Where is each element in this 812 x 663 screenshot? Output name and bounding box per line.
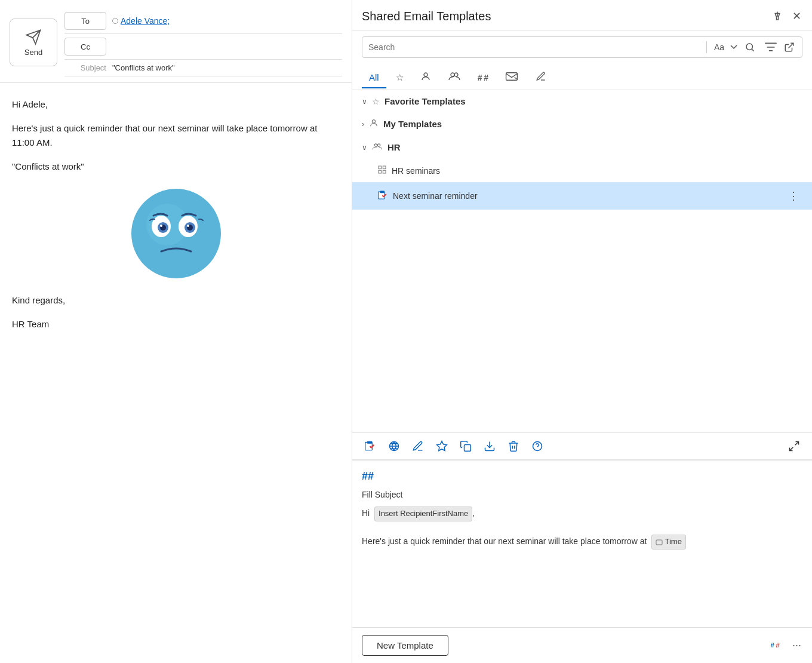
svg-rect-29 [367, 441, 372, 444]
close-button[interactable]: ✕ [791, 8, 802, 24]
tab-pen[interactable] [528, 66, 554, 90]
search-actions: Aa [714, 41, 756, 54]
template-item-next-seminar[interactable]: Next seminar reminder ⋮ [352, 182, 812, 210]
sad-face-icon [128, 186, 224, 281]
paste-template-button[interactable] [362, 438, 379, 455]
tab-all-label: All [369, 72, 379, 82]
tab-favorites[interactable]: ☆ [389, 67, 411, 89]
cc-button[interactable]: Cc [64, 38, 106, 56]
send-button[interactable]: Send [10, 19, 57, 66]
cc-row: Cc [64, 34, 342, 60]
tabs-row: All ☆ # # [352, 64, 812, 90]
star-button[interactable] [433, 438, 450, 455]
section-my-templates-label: My Templates [383, 119, 442, 129]
bottom-actions: # # ··· [768, 638, 802, 653]
to-row: To Adele Vance; [64, 8, 342, 34]
globe-button[interactable] [386, 438, 402, 455]
preview-subject: Fill Subject [362, 490, 802, 499]
svg-point-19 [372, 120, 375, 123]
tab-personal[interactable] [413, 66, 438, 90]
recipient-firstname-macro: Insert RecipientFirstName [374, 507, 472, 521]
svg-point-21 [377, 144, 380, 147]
tab-favorites-icon: ☆ [396, 72, 404, 83]
body-sign2: HR Team [12, 317, 340, 332]
search-bar[interactable]: Aa [362, 36, 802, 58]
expand-button[interactable] [786, 438, 802, 455]
person-icon [369, 118, 379, 130]
edit-button[interactable] [410, 438, 426, 455]
svg-rect-17 [506, 73, 518, 81]
pin-button[interactable] [771, 10, 784, 23]
body-quote: "Conflicts at work" [12, 159, 340, 174]
template-paste-icon [377, 190, 388, 202]
bottom-hash-button[interactable]: # # [768, 638, 784, 653]
preview-hi: Hi [362, 508, 370, 518]
section-my-templates[interactable]: › My Templates [352, 112, 812, 136]
font-dropdown-button[interactable] [729, 44, 739, 51]
send-label: Send [24, 48, 42, 57]
email-header-row: Send To Adele Vance; Cc Subject "Conflic… [10, 8, 342, 76]
emoji-container [12, 186, 340, 281]
tab-hashtag[interactable]: # # [470, 68, 496, 88]
template-list: ∨ ☆ Favorite Templates › My Templates ∨ … [352, 90, 812, 432]
svg-rect-38 [656, 540, 662, 545]
copy-button[interactable] [457, 438, 474, 455]
action-toolbar [352, 432, 812, 460]
bottom-more-button[interactable]: ··· [791, 638, 802, 653]
email-fields: To Adele Vance; Cc Subject "Conflicts at… [64, 8, 342, 76]
favorite-star-icon: ☆ [372, 97, 380, 106]
search-input[interactable] [368, 42, 699, 52]
svg-point-14 [424, 73, 427, 76]
svg-line-37 [790, 447, 793, 451]
svg-rect-27 [380, 191, 385, 193]
svg-point-16 [454, 73, 458, 76]
preview-body: Hi Insert RecipientFirstName, Here's jus… [362, 507, 802, 550]
external-link-button[interactable] [783, 41, 796, 54]
template-more-button[interactable]: ⋮ [785, 188, 802, 204]
bottom-hash-icon: # # [770, 639, 783, 652]
delete-button[interactable] [505, 438, 522, 455]
subject-value: "Conflicts at work" [112, 63, 175, 72]
to-button[interactable]: To [64, 12, 106, 30]
search-divider [706, 41, 707, 53]
template-preview: ## Fill Subject Hi Insert RecipientFirst… [352, 460, 812, 627]
tab-hashtag-icon: # # [478, 73, 488, 82]
email-compose-panel: Send To Adele Vance; Cc Subject "Conflic… [0, 0, 352, 663]
template-item-hr-seminars[interactable]: HR seminars [352, 159, 812, 182]
preview-body-line1: Hi Insert RecipientFirstName, [362, 507, 802, 521]
close-icon: ✕ [792, 10, 801, 23]
time-macro: Time [651, 535, 686, 550]
help-button[interactable] [529, 438, 546, 455]
panel-title: Shared Email Templates [362, 10, 491, 23]
bottom-bar: New Template # # ··· [352, 627, 812, 663]
preview-body-text: Here's just a quick reminder that our ne… [362, 535, 802, 550]
svg-point-10 [187, 225, 189, 227]
svg-rect-23 [383, 166, 386, 169]
chevron-right-icon: › [362, 120, 364, 128]
tab-shared-icon [448, 71, 461, 84]
section-favorites[interactable]: ∨ ☆ Favorite Templates [352, 90, 812, 112]
recipient-name: Adele Vance; [121, 16, 170, 26]
body-line1: Here's just a quick reminder that our ne… [12, 121, 340, 150]
tab-email[interactable] [498, 66, 525, 90]
tab-shared[interactable] [441, 66, 468, 90]
svg-rect-22 [379, 166, 382, 169]
header-actions: ✕ [771, 8, 802, 24]
svg-point-11 [746, 44, 753, 50]
section-favorites-label: Favorite Templates [385, 96, 466, 106]
template-grid-icon [377, 165, 387, 176]
save-button[interactable] [481, 438, 498, 455]
filter-button[interactable] [764, 41, 778, 54]
new-template-button[interactable]: New Template [362, 635, 448, 656]
tab-all[interactable]: All [362, 67, 386, 88]
email-header: Send To Adele Vance; Cc Subject "Conflic… [0, 0, 352, 83]
tab-pen-icon [535, 71, 547, 84]
preview-subject-label: Fill Subject [362, 490, 402, 499]
svg-text:#: # [771, 641, 775, 649]
svg-rect-32 [465, 445, 471, 452]
section-hr[interactable]: ∨ HR [352, 136, 812, 159]
body-sign1: Kind regards, [12, 293, 340, 308]
search-icon-button[interactable] [743, 41, 756, 54]
svg-line-12 [752, 49, 753, 51]
svg-marker-31 [437, 441, 447, 451]
